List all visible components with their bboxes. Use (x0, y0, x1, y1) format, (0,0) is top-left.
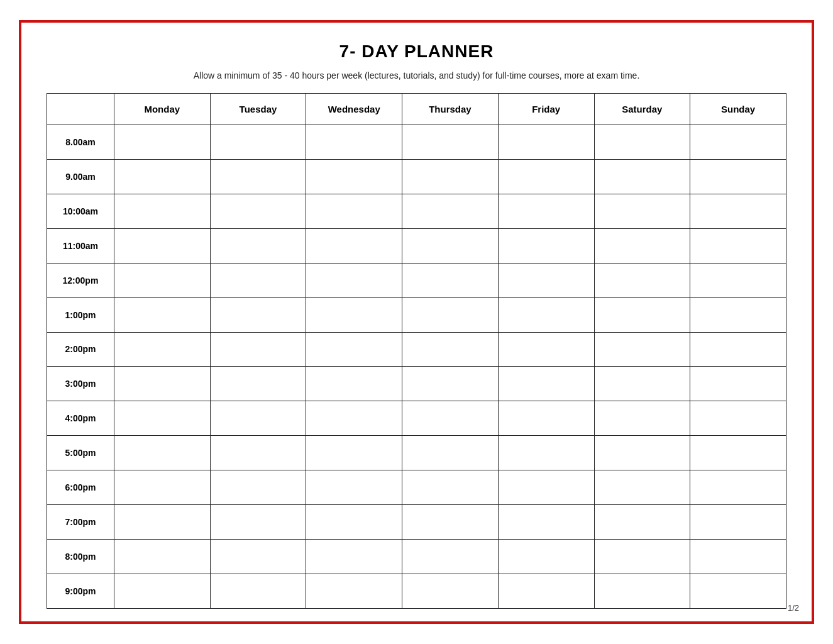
planner-cell[interactable] (498, 505, 594, 540)
planner-cell[interactable] (114, 194, 210, 228)
planner-cell[interactable] (210, 263, 306, 297)
planner-cell[interactable] (402, 540, 499, 574)
planner-cell[interactable] (210, 470, 306, 505)
planner-cell[interactable] (402, 297, 499, 332)
planner-cell[interactable] (594, 367, 690, 401)
planner-cell[interactable] (690, 228, 786, 263)
planner-cell[interactable] (498, 263, 594, 297)
planner-cell[interactable] (690, 574, 786, 608)
planner-cell[interactable] (402, 332, 499, 367)
planner-cell[interactable] (210, 159, 306, 194)
planner-cell[interactable] (402, 125, 499, 160)
planner-cell[interactable] (402, 263, 499, 297)
planner-cell[interactable] (306, 540, 402, 574)
planner-cell[interactable] (306, 125, 402, 160)
planner-cell[interactable] (402, 367, 499, 401)
planner-cell[interactable] (210, 436, 306, 470)
planner-cell[interactable] (114, 367, 210, 401)
planner-cell[interactable] (114, 159, 210, 194)
planner-cell[interactable] (306, 297, 402, 332)
planner-cell[interactable] (498, 436, 594, 470)
planner-cell[interactable] (306, 263, 402, 297)
planner-cell[interactable] (690, 263, 786, 297)
planner-cell[interactable] (498, 194, 594, 228)
planner-cell[interactable] (114, 436, 210, 470)
planner-cell[interactable] (402, 470, 499, 505)
planner-cell[interactable] (594, 332, 690, 367)
planner-cell[interactable] (594, 159, 690, 194)
planner-cell[interactable] (114, 125, 210, 160)
planner-cell[interactable] (210, 401, 306, 436)
table-row: 8.00am (47, 125, 786, 160)
planner-cell[interactable] (690, 194, 786, 228)
planner-cell[interactable] (498, 159, 594, 194)
planner-cell[interactable] (690, 125, 786, 160)
planner-cell[interactable] (306, 574, 402, 608)
planner-cell[interactable] (498, 228, 594, 263)
planner-cell[interactable] (498, 332, 594, 367)
planner-cell[interactable] (594, 125, 690, 160)
planner-cell[interactable] (690, 470, 786, 505)
planner-cell[interactable] (594, 194, 690, 228)
planner-cell[interactable] (306, 401, 402, 436)
planner-cell[interactable] (594, 505, 690, 540)
planner-cell[interactable] (114, 228, 210, 263)
planner-cell[interactable] (306, 332, 402, 367)
planner-cell[interactable] (498, 125, 594, 160)
planner-cell[interactable] (114, 297, 210, 332)
planner-cell[interactable] (114, 574, 210, 608)
planner-cell[interactable] (690, 505, 786, 540)
planner-cell[interactable] (594, 297, 690, 332)
planner-cell[interactable] (690, 401, 786, 436)
planner-cell[interactable] (210, 125, 306, 160)
planner-cell[interactable] (210, 574, 306, 608)
planner-cell[interactable] (306, 505, 402, 540)
planner-cell[interactable] (306, 436, 402, 470)
planner-cell[interactable] (498, 367, 594, 401)
planner-cell[interactable] (306, 159, 402, 194)
planner-cell[interactable] (306, 367, 402, 401)
planner-cell[interactable] (210, 367, 306, 401)
planner-cell[interactable] (402, 194, 499, 228)
planner-cell[interactable] (402, 574, 499, 608)
planner-cell[interactable] (402, 401, 499, 436)
planner-cell[interactable] (114, 505, 210, 540)
planner-cell[interactable] (498, 297, 594, 332)
planner-cell[interactable] (594, 263, 690, 297)
planner-cell[interactable] (210, 540, 306, 574)
planner-cell[interactable] (402, 228, 499, 263)
planner-cell[interactable] (594, 228, 690, 263)
planner-cell[interactable] (690, 297, 786, 332)
planner-cell[interactable] (306, 194, 402, 228)
planner-cell[interactable] (114, 470, 210, 505)
planner-cell[interactable] (594, 436, 690, 470)
planner-cell[interactable] (114, 263, 210, 297)
planner-cell[interactable] (210, 297, 306, 332)
planner-cell[interactable] (210, 194, 306, 228)
planner-cell[interactable] (402, 436, 499, 470)
planner-cell[interactable] (402, 505, 499, 540)
time-cell: 2:00pm (47, 332, 114, 367)
planner-cell[interactable] (594, 470, 690, 505)
planner-cell[interactable] (690, 540, 786, 574)
planner-cell[interactable] (306, 228, 402, 263)
planner-cell[interactable] (690, 332, 786, 367)
planner-cell[interactable] (114, 401, 210, 436)
planner-cell[interactable] (498, 470, 594, 505)
planner-cell[interactable] (306, 470, 402, 505)
planner-cell[interactable] (402, 159, 499, 194)
planner-cell[interactable] (594, 540, 690, 574)
planner-cell[interactable] (690, 367, 786, 401)
planner-cell[interactable] (210, 332, 306, 367)
planner-cell[interactable] (210, 505, 306, 540)
planner-cell[interactable] (498, 540, 594, 574)
planner-cell[interactable] (594, 401, 690, 436)
planner-cell[interactable] (690, 436, 786, 470)
planner-cell[interactable] (498, 574, 594, 608)
planner-cell[interactable] (114, 332, 210, 367)
planner-cell[interactable] (690, 159, 786, 194)
planner-cell[interactable] (498, 401, 594, 436)
planner-cell[interactable] (114, 540, 210, 574)
planner-cell[interactable] (210, 228, 306, 263)
planner-cell[interactable] (594, 574, 690, 608)
